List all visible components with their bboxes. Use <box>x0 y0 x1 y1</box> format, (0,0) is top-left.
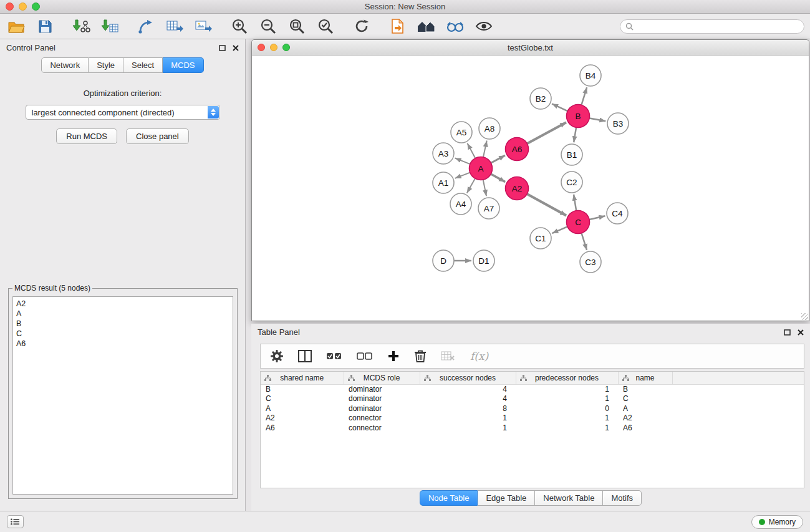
table-cell[interactable]: B <box>261 384 344 394</box>
table-row[interactable]: A2connector11A2 <box>261 414 804 423</box>
mcds-result-item[interactable]: A2 <box>16 299 229 309</box>
graph-node-B1[interactable]: B1 <box>561 144 582 165</box>
tab-network-table[interactable]: Network Table <box>535 490 603 506</box>
edge-C-C2[interactable] <box>574 195 576 211</box>
tab-node-table[interactable]: Node Table <box>420 490 478 506</box>
table-cell[interactable]: connector <box>344 414 420 423</box>
function-builder-button[interactable]: f(x) <box>470 350 488 362</box>
search-input[interactable] <box>637 22 799 31</box>
edge-A-A7[interactable] <box>483 180 486 196</box>
edge-A2-C[interactable] <box>527 194 566 216</box>
table-cell[interactable]: 1 <box>420 423 516 433</box>
close-panel-icon[interactable] <box>233 45 239 51</box>
table-cell[interactable]: C <box>261 394 344 404</box>
node-table[interactable]: shared nameMCDS rolesuccessor nodesprede… <box>260 371 804 488</box>
export-network-button[interactable] <box>135 17 157 36</box>
memory-button[interactable]: Memory <box>751 515 803 529</box>
edge-A-A1[interactable] <box>455 173 470 178</box>
sort-icon[interactable] <box>264 375 271 381</box>
edge-C-C1[interactable] <box>552 226 567 233</box>
inspect-button[interactable] <box>445 17 466 36</box>
tab-select[interactable]: Select <box>123 57 163 73</box>
table-cell[interactable]: A2 <box>618 414 672 423</box>
zoom-out-button[interactable] <box>258 17 279 36</box>
graph-node-A1[interactable]: A1 <box>433 172 454 193</box>
graph-node-A3[interactable]: A3 <box>433 143 454 164</box>
table-row[interactable]: A6connector11A6 <box>261 423 804 433</box>
edge-C-C4[interactable] <box>589 216 605 220</box>
delete-column-button[interactable] <box>414 349 427 363</box>
mcds-result-item[interactable]: A6 <box>16 339 229 349</box>
graph-node-C4[interactable]: C4 <box>607 203 628 224</box>
zoom-in-button[interactable] <box>229 17 250 36</box>
show-hide-button[interactable] <box>473 17 494 36</box>
apply-layout-button[interactable] <box>351 17 372 36</box>
resize-grip[interactable] <box>801 313 808 320</box>
column-header-shared-name[interactable]: shared name <box>261 372 344 384</box>
edge-B-B1[interactable] <box>574 127 576 142</box>
edge-A-A3[interactable] <box>455 158 470 164</box>
graph-node-C1[interactable]: C1 <box>530 228 551 249</box>
deselect-all-button[interactable] <box>357 352 373 360</box>
home-button[interactable] <box>416 17 437 36</box>
graph-node-A8[interactable]: A8 <box>479 118 500 139</box>
tab-motifs[interactable]: Motifs <box>603 490 642 506</box>
table-cell[interactable]: 1 <box>420 414 516 423</box>
table-cell[interactable]: 8 <box>420 404 516 414</box>
mcds-result-list[interactable]: A2ABCA6 <box>12 296 233 495</box>
network-zoom-button[interactable] <box>282 44 290 51</box>
graph-node-C3[interactable]: C3 <box>580 251 601 273</box>
network-canvas[interactable]: B4B2BB3A5A8A6B1A3AC2A1A2A4A7C4CC1C3DD1 <box>252 56 809 321</box>
import-network-button[interactable] <box>70 17 92 36</box>
tab-style[interactable]: Style <box>89 57 123 73</box>
sort-icon[interactable] <box>424 375 431 381</box>
table-cell[interactable]: dominator <box>344 384 420 394</box>
edge-A-A5[interactable] <box>467 143 475 158</box>
table-cell[interactable]: connector <box>344 423 420 433</box>
export-image-button[interactable] <box>193 17 214 36</box>
sort-icon[interactable] <box>520 375 527 381</box>
add-column-button[interactable] <box>387 350 400 362</box>
mcds-result-item[interactable]: A <box>16 309 229 319</box>
select-all-button[interactable] <box>326 352 342 360</box>
table-cell[interactable]: B <box>618 384 672 394</box>
table-row[interactable]: Bdominator41B <box>261 384 804 394</box>
graph-node-A6[interactable]: A6 <box>506 138 529 161</box>
table-cell[interactable]: A <box>261 404 344 414</box>
float-table-panel-icon[interactable] <box>784 329 791 336</box>
network-graph[interactable]: B4B2BB3A5A8A6B1A3AC2A1A2A4A7C4CC1C3DD1 <box>252 56 809 321</box>
network-window-titlebar[interactable]: testGlobe.txt <box>252 40 809 56</box>
open-document-button[interactable] <box>387 17 408 36</box>
mcds-result-item[interactable]: B <box>16 319 229 329</box>
graph-node-B4[interactable]: B4 <box>580 65 601 86</box>
panel-list-button[interactable] <box>7 515 24 528</box>
table-cell[interactable]: 0 <box>516 404 618 414</box>
mcds-result-item[interactable]: C <box>16 329 229 339</box>
network-close-button[interactable] <box>258 44 265 51</box>
search-field[interactable] <box>620 19 804 34</box>
close-panel-button[interactable]: Close panel <box>126 128 189 144</box>
table-cell[interactable]: 4 <box>420 394 516 404</box>
graph-node-A[interactable]: A <box>470 157 493 180</box>
table-cell[interactable]: A2 <box>261 414 344 423</box>
close-window-button[interactable] <box>6 2 14 11</box>
tab-mcds[interactable]: MCDS <box>163 57 203 73</box>
show-columns-button[interactable] <box>298 350 312 362</box>
table-cell[interactable]: 4 <box>420 384 516 394</box>
tab-edge-table[interactable]: Edge Table <box>478 490 535 506</box>
graph-node-C[interactable]: C <box>567 211 590 234</box>
criterion-select[interactable]: largest connected component (directed) <box>26 105 220 120</box>
table-cell[interactable]: 1 <box>516 384 618 394</box>
export-table-button[interactable] <box>164 17 185 36</box>
table-cell[interactable]: 1 <box>516 414 618 423</box>
run-mcds-button[interactable]: Run MCDS <box>56 128 117 144</box>
table-cell[interactable]: dominator <box>344 394 420 404</box>
edge-B-B2[interactable] <box>552 104 567 111</box>
graph-node-B2[interactable]: B2 <box>530 88 551 109</box>
sort-icon[interactable] <box>622 375 629 381</box>
edge-A-A8[interactable] <box>483 141 487 157</box>
table-cell[interactable]: 1 <box>516 394 618 404</box>
graph-node-C2[interactable]: C2 <box>561 172 582 193</box>
column-header-name[interactable]: name <box>618 372 672 384</box>
edge-A-A2[interactable] <box>491 174 505 182</box>
